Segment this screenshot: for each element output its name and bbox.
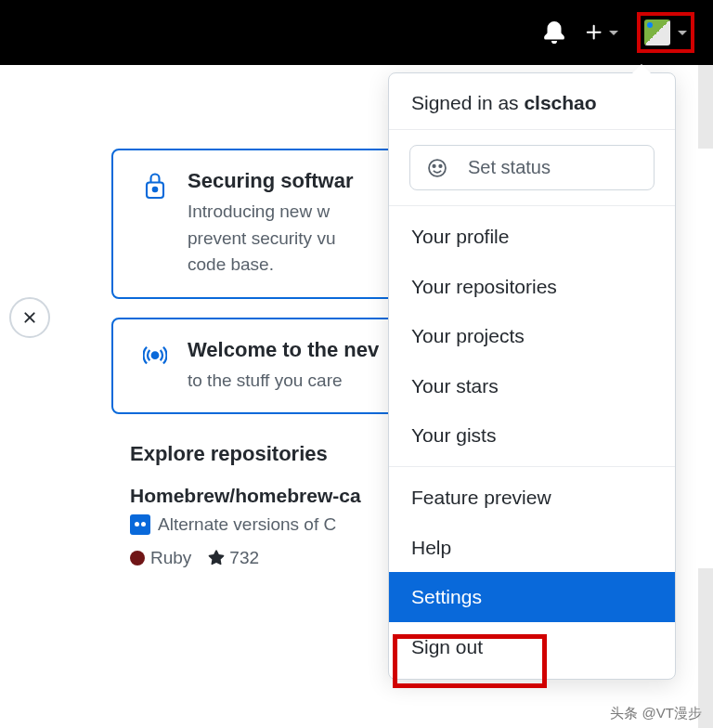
avatar <box>644 20 670 46</box>
avatar-menu[interactable] <box>637 12 694 53</box>
chevron-down-icon <box>609 31 618 35</box>
repo-stars[interactable]: 732 <box>208 548 259 568</box>
svg-point-4 <box>433 164 434 166</box>
menu-your-projects[interactable]: Your projects <box>389 311 675 361</box>
svg-point-2 <box>152 352 159 358</box>
topbar <box>0 0 713 65</box>
menu-your-gists[interactable]: Your gists <box>389 410 675 461</box>
bell-icon[interactable] <box>543 21 565 44</box>
svg-point-5 <box>439 164 441 166</box>
user-dropdown: Signed in as clschao Set status Your pro… <box>388 72 676 680</box>
card-title: Welcome to the nev <box>188 338 379 362</box>
divider <box>389 466 675 467</box>
card-body: to the stuff you care <box>188 368 379 395</box>
menu-feature-preview[interactable]: Feature preview <box>389 473 675 523</box>
menu-help[interactable]: Help <box>389 523 675 573</box>
plus-icon <box>584 22 604 43</box>
svg-point-3 <box>429 160 446 176</box>
menu-your-repositories[interactable]: Your repositories <box>389 262 675 312</box>
star-icon <box>208 550 225 566</box>
close-button[interactable] <box>9 297 50 338</box>
smiley-icon <box>427 158 447 178</box>
card-body: Introducing new w prevent security vu co… <box>188 199 353 279</box>
menu-your-stars[interactable]: Your stars <box>389 361 675 411</box>
chevron-down-icon <box>678 31 687 35</box>
username: clschao <box>524 92 596 113</box>
card-title: Securing softwar <box>188 169 353 193</box>
divider <box>389 205 675 206</box>
signed-in-as: Signed in as clschao <box>389 73 675 130</box>
svg-point-1 <box>153 188 158 192</box>
lock-icon <box>141 169 169 279</box>
menu-your-profile[interactable]: Your profile <box>389 212 675 262</box>
watermark: 头条 @VT漫步 <box>610 705 702 722</box>
menu-settings[interactable]: Settings <box>389 572 675 622</box>
set-status-button[interactable]: Set status <box>409 145 655 190</box>
broadcast-icon <box>141 338 169 395</box>
menu-sign-out[interactable]: Sign out <box>389 622 675 672</box>
repo-language: Ruby <box>130 548 191 568</box>
cask-icon <box>130 514 150 535</box>
create-dropdown[interactable] <box>584 22 618 43</box>
language-dot <box>130 551 145 566</box>
